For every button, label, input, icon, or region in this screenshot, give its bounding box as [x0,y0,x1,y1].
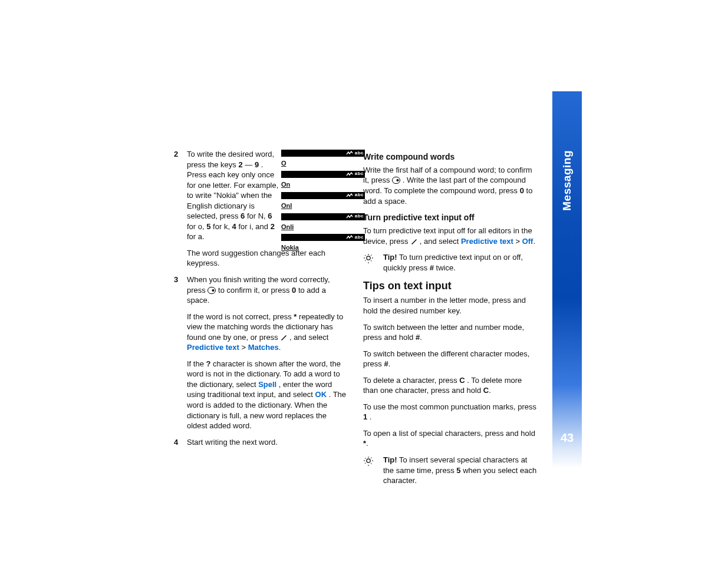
tip-icon [363,252,376,264]
svg-rect-0 [208,287,216,293]
body-columns: 2 To write the desired word, press the k… [174,149,537,491]
text: If the [187,359,206,368]
text: To delete a character, press [363,376,459,385]
text: . [533,237,535,246]
compound-words-text: Write the first half of a compound word;… [363,165,537,206]
key-0: 0 [520,186,524,195]
svg-point-4 [367,256,370,260]
heading-tips-on-text-input: Tips on text input [363,279,537,293]
tip-para: To switch between the letter and number … [363,322,537,343]
key-5: 5 [456,466,460,475]
text: > [515,237,522,246]
text: — [243,160,255,169]
key-hash: # [384,359,388,368]
tip-label: Tip! [383,253,397,262]
text: To open a list of special characters, pr… [363,429,535,438]
key-clear: C [483,386,489,395]
text: twice. [436,263,456,272]
text: . [279,343,281,352]
step-list: 2 To write the desired word, press the k… [174,149,348,447]
scroll-right-icon [392,177,400,184]
section-title: Messaging [559,150,575,211]
key-clear: C [459,376,465,385]
text: To use the most common punctuation marks… [363,402,536,411]
key-hash: # [430,263,434,272]
text: . [388,359,391,368]
heading-compound-words: Write compound words [363,151,537,163]
step-2: 2 To write the desired word, press the k… [174,149,348,269]
key-6: 6 [268,211,272,220]
step-number: 2 [174,149,178,160]
tip-text: Tip! To turn predictive text input on or… [383,252,537,273]
svg-rect-2 [393,177,400,184]
key-1: 1 [363,412,367,421]
tip-para: To use the most common punctuation marks… [363,402,537,422]
pen-icon [280,334,287,341]
text: , and select [420,237,461,246]
link-off: Off [522,237,533,246]
step-number: 3 [174,275,178,285]
key-0: 0 [292,286,296,295]
step-4: 4 Start writing the next word. [174,437,348,448]
svg-point-1 [212,289,215,292]
text: for o, [187,222,206,231]
svg-point-3 [397,179,399,181]
right-column: Write compound words Write the first hal… [363,149,537,491]
step-3b: If the word is not correct, press * repe… [187,312,348,353]
text: , and select [289,333,329,342]
text: for N, [245,211,268,220]
page-number: 43 [552,430,582,446]
text: To switch between the letter and number … [363,323,524,342]
key-2: 2 [271,222,275,231]
key-4: 4 [232,222,236,231]
pen-icon [410,238,417,245]
heading-predictive-off: Turn predictive text input off [363,212,537,223]
text: . [420,333,422,342]
link-predictive-text: Predictive text [187,343,239,352]
step-4-text: Start writing the next word. [187,438,278,447]
link-spell: Spell [258,380,276,389]
step-2-suggestion-note: The word suggestion changes after each k… [187,248,348,269]
link-ok: OK [315,390,327,399]
step-3: 3 When you finish writing the word corre… [174,275,348,431]
link-predictive-text: Predictive text [461,237,513,246]
text: . [489,386,491,395]
text: . [370,412,372,421]
tip-block: Tip! To turn predictive text input on or… [363,252,537,273]
svg-point-5 [367,459,370,462]
tip-para: To insert a number in the letter mode, p… [363,295,537,316]
text: for i, and [236,222,271,231]
predictive-off-text: To turn predictive text input off for al… [363,226,537,246]
step-number: 4 [174,437,178,448]
tip-label: Tip! [383,455,397,464]
tip-para: To delete a character, press C . To dele… [363,375,537,396]
key-9: 9 [255,160,259,169]
text: . [366,439,368,448]
tip-icon [363,455,376,467]
tip-block: Tip! To insert several special character… [363,455,537,486]
key-2: 2 [238,160,242,169]
key-star: * [294,312,297,321]
step-3a: When you finish writing the word correct… [187,275,348,306]
text: to confirm it, or press [218,286,292,295]
text: for a. [187,232,205,241]
tip-text: Tip! To insert several special character… [383,455,537,486]
text: If the word is not correct, press [187,312,294,321]
link-matches: Matches [248,343,279,352]
question-mark: ? [206,359,211,368]
side-tab: Messaging [552,91,582,468]
text: > [242,343,248,352]
tip-para: To open a list of special characters, pr… [363,428,537,449]
left-column: 2 To write the desired word, press the k… [174,149,348,491]
manual-page: Messaging 43 abc O abc On abc Onl abc On… [0,0,728,562]
tip-para: To switch between the different characte… [363,349,537,369]
step-2-body: To write the desired word, press the key… [187,149,280,242]
scroll-right-icon [207,287,216,294]
step-3c: If the ? character is shown after the wo… [187,359,348,431]
text: for k, [210,222,232,231]
